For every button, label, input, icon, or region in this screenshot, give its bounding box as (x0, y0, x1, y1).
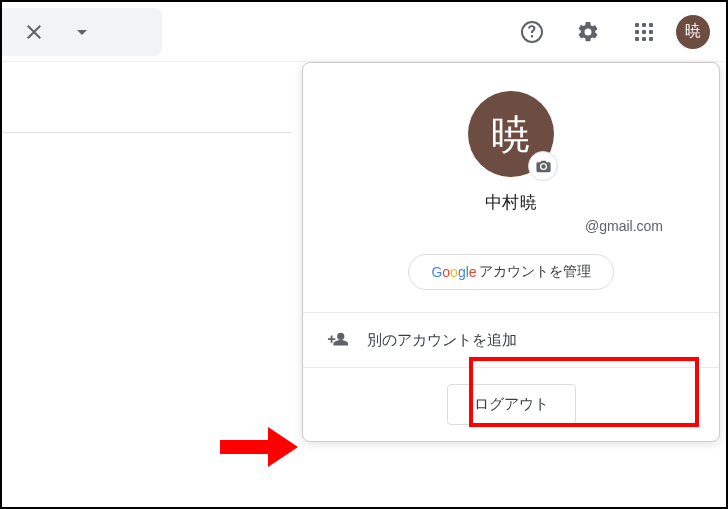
avatar-large: 暁 (468, 91, 554, 177)
google-logo: Google (431, 264, 476, 280)
manage-account-button[interactable]: Google アカウントを管理 (408, 254, 613, 290)
search-controls (2, 8, 162, 56)
add-account-button[interactable]: 別のアカウントを追加 (303, 313, 719, 368)
close-icon[interactable] (14, 12, 54, 52)
settings-icon[interactable] (568, 12, 608, 52)
topbar-right: 暁 (508, 12, 710, 52)
account-panel-header: 暁 中村暁 @gmail.com Google アカウントを管理 (303, 63, 719, 313)
list-divider (2, 132, 292, 133)
logout-row: ログアウト (303, 368, 719, 441)
camera-icon[interactable] (528, 151, 558, 181)
user-email: @gmail.com (319, 218, 703, 234)
logout-button[interactable]: ログアウト (447, 384, 576, 425)
manage-account-label: アカウントを管理 (479, 263, 591, 281)
add-account-label: 別のアカウントを追加 (367, 331, 517, 350)
content-area: 暁 中村暁 @gmail.com Google アカウントを管理 別のアカウント… (2, 62, 726, 507)
person-add-icon (327, 329, 349, 351)
avatar[interactable]: 暁 (676, 15, 710, 49)
help-icon[interactable] (512, 12, 552, 52)
apps-icon[interactable] (624, 12, 664, 52)
account-panel: 暁 中村暁 @gmail.com Google アカウントを管理 別のアカウント… (302, 62, 720, 442)
topbar: 暁 (2, 2, 726, 62)
annotation-arrow (220, 427, 302, 467)
dropdown-icon[interactable] (62, 12, 102, 52)
user-name: 中村暁 (485, 191, 537, 214)
